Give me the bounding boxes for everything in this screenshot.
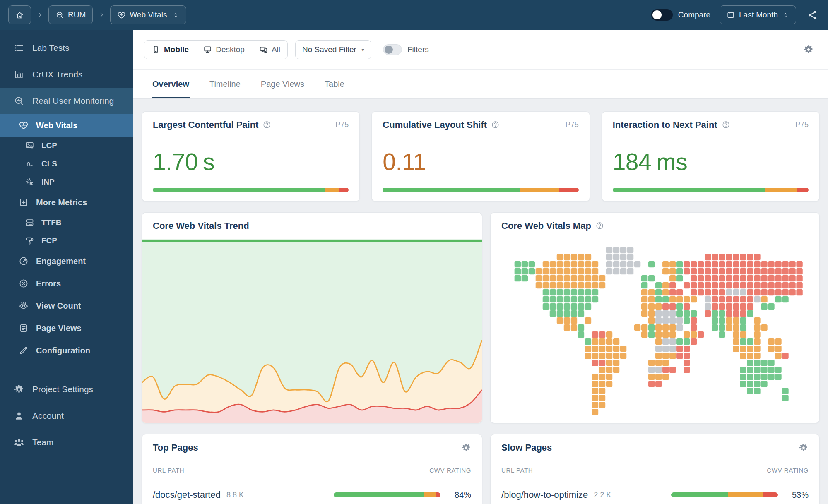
user-icon xyxy=(14,410,24,421)
sidebar-item-configuration[interactable]: Configuration xyxy=(0,339,133,362)
period-selector-button[interactable]: Last Month xyxy=(720,5,796,24)
tab-overview[interactable]: Overview xyxy=(152,70,189,98)
sidebar-item-more-metrics[interactable]: More Metrics xyxy=(0,191,133,214)
sidebar-item-label: Team xyxy=(32,437,53,447)
trend-card-title: Core Web Vitals Trend xyxy=(153,221,249,231)
gear-solid-icon xyxy=(14,384,24,395)
device-all-button[interactable]: All xyxy=(252,41,287,59)
help-icon[interactable] xyxy=(595,221,604,230)
sidebar-item-label: View Count xyxy=(36,301,81,311)
trend-chart[interactable] xyxy=(142,239,482,423)
breadcrumb-page-button[interactable]: Web Vitals xyxy=(110,5,186,24)
column-header-cwv-rating[interactable]: CWV RATING xyxy=(767,467,809,474)
breadcrumb-project-label: RUM xyxy=(68,10,86,19)
selector-icon xyxy=(782,12,789,19)
view-count: 8.8 K xyxy=(226,491,244,499)
heart-pulse-icon xyxy=(19,120,29,130)
filters-toggle[interactable] xyxy=(383,44,402,55)
calendar-icon xyxy=(727,11,735,19)
sidebar-item-web-vitals[interactable]: Web Vitals xyxy=(0,114,133,137)
gear-icon[interactable] xyxy=(799,443,809,453)
sidebar-item-label: Page Views xyxy=(36,324,82,333)
plus-square-icon xyxy=(19,197,29,207)
heart-pulse-icon xyxy=(117,11,126,19)
tab-page-views[interactable]: Page Views xyxy=(261,70,304,98)
table-row[interactable]: /docs/get-started 8.8 K 84% xyxy=(142,480,482,504)
table-row[interactable]: /blog/how-to-optimize 2.2 K 53% xyxy=(491,480,819,504)
paint-roller-icon xyxy=(25,236,34,245)
rating-percent: 53% xyxy=(785,490,809,500)
sidebar-item-label: More Metrics xyxy=(36,198,87,207)
help-icon[interactable] xyxy=(722,120,730,129)
help-icon[interactable] xyxy=(262,120,271,129)
sidebar-item-view-count[interactable]: View Count xyxy=(0,295,133,317)
server-icon xyxy=(25,218,34,227)
sidebar-item-page-views[interactable]: Page Views xyxy=(0,317,133,339)
metric-value: 0.11 xyxy=(383,148,578,175)
sidebar-item-label: Configuration xyxy=(36,346,90,355)
pencil-icon xyxy=(19,346,29,355)
rating-distribution-bar xyxy=(671,492,778,497)
sidebar-item-project-settings[interactable]: Project Settings xyxy=(0,376,133,403)
sidebar-item-label: Web Vitals xyxy=(36,121,77,130)
url-path[interactable]: /blog/how-to-optimize xyxy=(501,490,588,500)
sidebar-item-label: Engagement xyxy=(36,257,86,266)
sidebar-item-inp[interactable]: INP xyxy=(0,173,133,191)
device-mobile-button[interactable]: Mobile xyxy=(144,41,196,59)
sidebar-item-lab-tests[interactable]: Lab Tests xyxy=(0,35,133,61)
eye-icon xyxy=(19,301,29,311)
sidebar-item-crux-trends[interactable]: CrUX Trends xyxy=(0,61,133,88)
metric-title: Largest Contentful Paint xyxy=(153,120,258,130)
sidebar-item-label: CLS xyxy=(41,159,57,168)
device-desktop-button[interactable]: Desktop xyxy=(196,41,252,59)
device-all-label: All xyxy=(272,45,280,54)
top-pages-card: Top Pages URL PATH CWV RATING /docs/get-… xyxy=(142,434,482,504)
tab-table[interactable]: Table xyxy=(325,70,344,98)
slow-pages-card: Slow Pages URL PATH CWV RATING /blog/how… xyxy=(490,434,820,504)
sidebar-item-cls[interactable]: CLS xyxy=(0,155,133,173)
metric-cards-row: Largest Contentful Paint P75 1.70s Cumul… xyxy=(142,111,820,202)
sidebar-item-errors[interactable]: Errors xyxy=(0,272,133,295)
rating-percent: 84% xyxy=(447,490,471,500)
chevron-right-icon xyxy=(36,11,43,19)
map-card: Core Web Vitals Map xyxy=(490,212,820,423)
help-icon[interactable] xyxy=(491,120,500,129)
gear-icon[interactable] xyxy=(461,443,471,453)
tab-timeline[interactable]: Timeline xyxy=(209,70,241,98)
sidebar-item-label: Lab Tests xyxy=(32,43,70,53)
tab-bar: OverviewTimelinePage ViewsTable xyxy=(133,70,828,98)
column-header-url-path[interactable]: URL PATH xyxy=(501,467,533,474)
saved-filter-dropdown[interactable]: No Saved Filter ▾ xyxy=(295,40,371,59)
column-header-url-path[interactable]: URL PATH xyxy=(153,467,184,474)
sidebar-item-account[interactable]: Account xyxy=(0,403,133,429)
metric-title: Interaction to Next Paint xyxy=(613,120,717,130)
gear-icon[interactable] xyxy=(803,44,814,55)
device-segmented-control: Mobile Desktop All xyxy=(144,40,288,59)
metric-value: 1.70s xyxy=(153,148,349,175)
sidebar-item-label: INP xyxy=(41,178,55,187)
trend-card: Core Web Vitals Trend xyxy=(142,212,482,423)
sidebar-item-ttfb[interactable]: TTFB xyxy=(0,214,133,232)
sidebar-item-engagement[interactable]: Engagement xyxy=(0,250,133,272)
devices-icon xyxy=(259,45,268,54)
sidebar-item-real-user-monitoring[interactable]: Real User Monitoring xyxy=(0,88,133,114)
device-mobile-label: Mobile xyxy=(164,45,189,54)
dashboard-content: Largest Contentful Paint P75 1.70s Cumul… xyxy=(133,99,828,504)
home-button[interactable] xyxy=(8,5,31,24)
table-title: Top Pages xyxy=(153,442,198,453)
device-desktop-label: Desktop xyxy=(216,45,245,54)
share-icon[interactable] xyxy=(807,10,818,21)
rating-distribution-bar xyxy=(613,188,809,192)
map-card-title: Core Web Vitals Map xyxy=(501,221,591,231)
world-map[interactable] xyxy=(491,239,819,423)
metric-value: 184ms xyxy=(613,148,809,175)
column-header-cwv-rating[interactable]: CWV RATING xyxy=(429,467,471,474)
percentile-badge: P75 xyxy=(335,120,349,129)
url-path[interactable]: /docs/get-started xyxy=(153,490,221,500)
sidebar-item-fcp[interactable]: FCP xyxy=(0,232,133,250)
sidebar-item-lcp[interactable]: LCP xyxy=(0,137,133,155)
compare-toggle[interactable] xyxy=(651,9,673,21)
breadcrumb-project-button[interactable]: RUM xyxy=(48,5,93,24)
sidebar-item-label: Errors xyxy=(36,279,61,288)
sidebar-item-team[interactable]: Team xyxy=(0,429,133,456)
